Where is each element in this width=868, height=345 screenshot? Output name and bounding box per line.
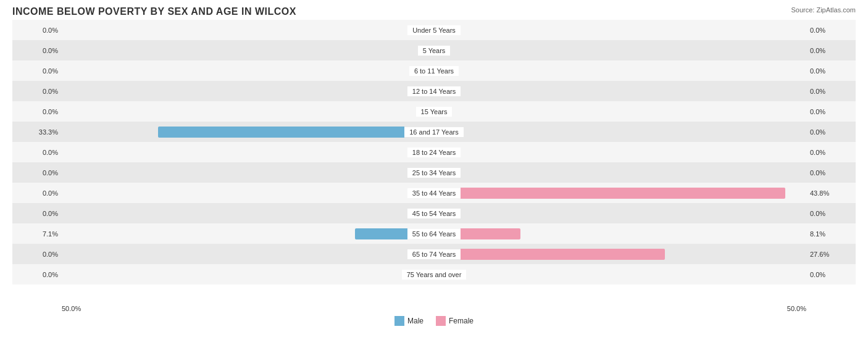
bars-area: 25 to 34 Years (62, 162, 806, 183)
age-label: 12 to 14 Years (407, 86, 461, 96)
legend-female-label: Female (449, 317, 474, 325)
chart-area: 0.0%Under 5 Years0.0%0.0%5 Years0.0%0.0%… (12, 20, 856, 304)
male-value: 0.0% (12, 88, 62, 95)
axis-right: 50.0% (787, 305, 806, 312)
female-bar-container (461, 146, 806, 159)
age-label: 75 Years and over (402, 270, 467, 280)
male-value: 7.1% (12, 230, 62, 238)
female-value: 0.0% (806, 27, 856, 34)
male-value: 0.0% (12, 108, 62, 115)
chart-row: 0.0%12 to 14 Years0.0% (12, 81, 856, 101)
female-bar-container (461, 227, 806, 241)
age-label: 25 to 34 Years (407, 168, 461, 178)
female-bar-container (450, 44, 806, 57)
male-bar-container (62, 166, 407, 180)
female-value: 0.0% (806, 271, 856, 278)
legend-female-box (436, 316, 446, 326)
bars-area: 15 Years (62, 101, 806, 122)
female-value: 0.0% (806, 210, 856, 217)
bars-area: 75 Years and over (62, 264, 806, 285)
chart-row: 7.1%55 to 64 Years8.1% (12, 223, 856, 244)
age-label: 6 to 11 Years (409, 66, 459, 76)
female-value: 0.0% (806, 149, 856, 156)
female-value: 43.8% (806, 189, 856, 197)
chart-row: 0.0%35 to 44 Years43.8% (12, 183, 856, 203)
age-label: 15 Years (416, 107, 453, 117)
female-bar (461, 188, 785, 199)
bars-area: 16 and 17 Years (62, 122, 806, 142)
female-bar (461, 228, 520, 239)
female-bar (461, 249, 665, 260)
bars-area: 35 to 44 Years (62, 183, 806, 203)
male-bar-container (62, 125, 404, 139)
female-bar-container (466, 268, 806, 281)
male-bar-container (62, 186, 407, 200)
male-bar-container (62, 268, 402, 281)
age-label: Under 5 Years (407, 25, 461, 35)
bars-area: 55 to 64 Years (62, 223, 806, 244)
chart-row: 0.0%18 to 24 Years0.0% (12, 142, 856, 162)
age-label: 55 to 64 Years (407, 229, 461, 239)
male-value: 0.0% (12, 67, 62, 75)
female-value: 8.1% (806, 230, 856, 238)
legend-male: Male (394, 316, 424, 326)
female-bar-container (459, 64, 806, 78)
chart-row: 0.0%65 to 74 Years27.6% (12, 244, 856, 264)
male-value: 33.3% (12, 128, 62, 136)
age-label: 65 to 74 Years (407, 249, 461, 259)
legend-male-box (394, 316, 404, 326)
chart-row: 0.0%6 to 11 Years0.0% (12, 60, 856, 81)
bars-area: Under 5 Years (62, 20, 806, 40)
male-bar (355, 228, 407, 239)
male-bar-container (62, 23, 407, 37)
female-value: 0.0% (806, 67, 856, 75)
chart-row: 0.0%5 Years0.0% (12, 40, 856, 60)
male-value: 0.0% (12, 169, 62, 177)
male-bar-container (62, 105, 416, 118)
female-value: 0.0% (806, 88, 856, 95)
male-bar-container (62, 64, 409, 78)
male-bar-container (62, 146, 407, 159)
male-bar (158, 127, 405, 138)
axis-left: 50.0% (62, 305, 81, 312)
female-value: 0.0% (806, 128, 856, 136)
legend: Male Female (12, 316, 856, 326)
age-label: 45 to 54 Years (407, 209, 461, 218)
bars-area: 45 to 54 Years (62, 203, 806, 223)
chart-row: 0.0%15 Years0.0% (12, 101, 856, 122)
chart-container: INCOME BELOW POVERTY BY SEX AND AGE IN W… (0, 0, 868, 345)
age-label: 16 and 17 Years (404, 127, 464, 137)
age-label: 5 Years (418, 46, 451, 56)
female-value: 27.6% (806, 251, 856, 258)
male-bar-container (62, 227, 407, 241)
source-text: Source: ZipAtlas.com (791, 6, 856, 14)
legend-female: Female (436, 316, 474, 326)
male-bar-container (62, 85, 407, 98)
female-bar-container (464, 125, 806, 139)
female-bar-container (461, 247, 806, 261)
male-value: 0.0% (12, 27, 62, 34)
male-value: 0.0% (12, 149, 62, 156)
male-bar-container (62, 247, 407, 261)
male-bar-container (62, 44, 418, 57)
male-value: 0.0% (12, 210, 62, 217)
bars-area: 65 to 74 Years (62, 244, 806, 264)
female-bar-container (452, 105, 806, 118)
chart-row: 33.3%16 and 17 Years0.0% (12, 122, 856, 142)
age-label: 35 to 44 Years (407, 188, 461, 198)
male-value: 0.0% (12, 271, 62, 278)
chart-row: 0.0%Under 5 Years0.0% (12, 20, 856, 40)
bars-area: 5 Years (62, 40, 806, 60)
female-bar-container (461, 166, 806, 180)
female-value: 0.0% (806, 169, 856, 177)
chart-row: 0.0%25 to 34 Years0.0% (12, 162, 856, 183)
chart-title: INCOME BELOW POVERTY BY SEX AND AGE IN W… (12, 6, 856, 17)
age-label: 18 to 24 Years (407, 148, 461, 157)
axis-labels: 50.0% 50.0% (12, 305, 856, 312)
female-bar-container (461, 186, 806, 200)
chart-row: 0.0%45 to 54 Years0.0% (12, 203, 856, 223)
male-value: 0.0% (12, 47, 62, 54)
female-bar-container (461, 23, 806, 37)
chart-row: 0.0%75 Years and over0.0% (12, 264, 856, 285)
female-value: 0.0% (806, 47, 856, 54)
